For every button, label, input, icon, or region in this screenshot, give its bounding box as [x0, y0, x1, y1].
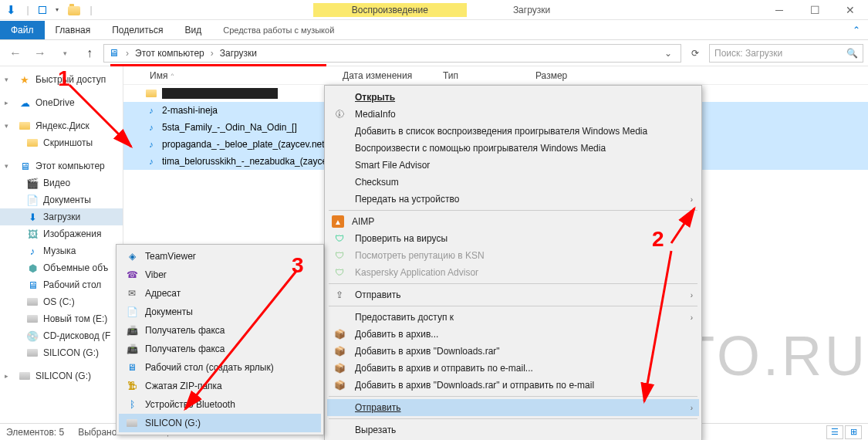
- teamviewer-icon: ◈: [125, 249, 139, 263]
- nav-music[interactable]: ♪Музыка: [0, 242, 123, 259]
- ctx-rar-downloads[interactable]: 📦Добавить в архив "Downloads.rar": [327, 343, 699, 360]
- shield-icon: 🛡: [332, 232, 347, 245]
- minimize-button[interactable]: ─: [762, 0, 797, 20]
- ctx-wmp-play[interactable]: Воспроизвести с помощью проигрывателя Wi…: [327, 140, 699, 157]
- ctx-rar-downloads-email[interactable]: 📦Добавить в архив "Downloads.rar" и отпр…: [327, 377, 699, 394]
- refresh-button[interactable]: ⟳: [684, 48, 706, 59]
- submenu-zip[interactable]: 🗜Сжатая ZIP-папка: [119, 377, 321, 395]
- nav-downloads[interactable]: ⬇Загрузки: [0, 208, 123, 225]
- address-dropdown-icon[interactable]: ⌄: [659, 48, 677, 59]
- search-input[interactable]: Поиск: Загрузки 🔍: [709, 44, 863, 63]
- ctx-checksum[interactable]: Checksum: [327, 174, 699, 191]
- ctx-rar-add[interactable]: 📦Добавить в архив...: [327, 326, 699, 343]
- col-size[interactable]: Размер: [528, 70, 589, 81]
- col-date[interactable]: Дата изменения: [335, 70, 435, 81]
- tab-view[interactable]: Вид: [174, 21, 212, 39]
- ctx-ksn[interactable]: 🛡Посмотреть репутацию в KSN: [327, 247, 699, 264]
- ctx-wmp-add[interactable]: Добавить в список воспроизведения проигр…: [327, 123, 699, 140]
- separator: [329, 418, 697, 419]
- folder-icon: [19, 120, 31, 132]
- nav-documents[interactable]: 📄Документы: [0, 191, 123, 208]
- nav-quick-access[interactable]: ▾★Быстрый доступ: [0, 71, 123, 88]
- qat-dropdown-icon[interactable]: ▾: [51, 4, 63, 16]
- nav-desktop[interactable]: 🖥Рабочий стол: [0, 276, 123, 293]
- submenu-documents[interactable]: 📄Документы: [119, 303, 321, 321]
- nav-yandex-disk[interactable]: ▾Яндекс.Диск: [0, 117, 123, 134]
- nav-3d-objects[interactable]: ⬢Объемные объ: [0, 259, 123, 276]
- nav-os-c[interactable]: OS (C:): [0, 293, 123, 310]
- ctx-kaa[interactable]: 🛡Kaspersky Application Advisor: [327, 264, 699, 281]
- item-count: Элементов: 5: [6, 427, 64, 438]
- chevron-right-icon[interactable]: ›: [208, 48, 217, 59]
- sort-icon: ^: [171, 72, 174, 79]
- ctx-send-to[interactable]: Отправить›: [327, 399, 699, 416]
- cd-icon: 💿: [26, 330, 39, 342]
- pc-icon: 🖥: [107, 47, 120, 59]
- ribbon-expand-icon[interactable]: ⌃: [853, 25, 868, 36]
- breadcrumb-root[interactable]: Этот компьютер: [135, 48, 204, 59]
- submenu-teamviewer[interactable]: ◈TeamViewer: [119, 247, 321, 266]
- qat-separator: |: [22, 4, 34, 16]
- icons-view-button[interactable]: ⊞: [845, 425, 862, 439]
- nav-pictures[interactable]: 🖼Изображения: [0, 225, 123, 242]
- winrar-icon: 📦: [332, 344, 347, 358]
- submenu-viber[interactable]: ☎Viber: [119, 266, 321, 284]
- ctx-give-access[interactable]: Предоставить доступ к›: [327, 309, 699, 326]
- close-button[interactable]: ✕: [833, 0, 868, 20]
- tab-music-tools[interactable]: Средства работы с музыкой: [212, 22, 345, 39]
- checkbox-icon[interactable]: [39, 6, 46, 14]
- tab-share[interactable]: Поделиться: [101, 21, 174, 39]
- breadcrumb-folder[interactable]: Загрузки: [220, 48, 257, 59]
- title-bar: ⬇ | ▾ | Воспроизведение Загрузки ─ ☐ ✕: [0, 0, 868, 20]
- ctx-mediainfo[interactable]: 🛈MediaInfo: [327, 106, 699, 123]
- tab-home[interactable]: Главная: [45, 21, 102, 39]
- submenu-mail[interactable]: ✉Адресат: [119, 284, 321, 303]
- breadcrumb-bar[interactable]: 🖥 › Этот компьютер › Загрузки ⌄: [103, 44, 681, 63]
- chevron-right-icon[interactable]: ›: [123, 48, 132, 59]
- nav-new-tom-e[interactable]: Новый том (E:): [0, 310, 123, 327]
- ctx-cut[interactable]: Вырезать: [327, 421, 699, 438]
- submenu-fax[interactable]: 📠Получатель факса: [119, 321, 321, 340]
- nav-cd-drive[interactable]: 💿CD-дисковод (F: [0, 327, 123, 344]
- ctx-rar-email[interactable]: 📦Добавить в архив и отправить по e-mail.…: [327, 360, 699, 377]
- ctx-smart-file[interactable]: Smart File Advisor: [327, 157, 699, 174]
- separator: [329, 210, 697, 211]
- submenu-bluetooth[interactable]: ᛒУстройство Bluetooth: [119, 395, 321, 414]
- quick-access-toolbar: ⬇ | ▾ |: [0, 4, 102, 16]
- search-icon[interactable]: 🔍: [846, 48, 858, 59]
- shield-icon: 🛡: [332, 249, 347, 262]
- col-name[interactable]: Имя^: [142, 70, 335, 81]
- maximize-button[interactable]: ☐: [797, 0, 833, 20]
- details-view-button[interactable]: ☰: [826, 425, 843, 439]
- nav-videos[interactable]: 🎬Видео: [0, 174, 123, 191]
- audio-icon: ♪: [145, 138, 157, 151]
- file-name: 5sta_Family_-_Odin_Na_Odin_[]: [162, 122, 297, 133]
- ctx-aimp[interactable]: ▲AIMP: [327, 213, 699, 230]
- ctx-cast[interactable]: Передать на устройство›: [327, 191, 699, 208]
- submenu-fax2[interactable]: 📠Получатель факса: [119, 340, 321, 358]
- col-type[interactable]: Тип: [435, 70, 528, 81]
- nav-onedrive[interactable]: ▸☁OneDrive: [0, 94, 123, 111]
- nav-silicon-g[interactable]: SILICON (G:): [0, 344, 123, 361]
- submenu-silicon-g[interactable]: SILICON (G:): [119, 414, 321, 432]
- nav-screenshots[interactable]: Скриншоты: [0, 134, 123, 151]
- nav-silicon-g2[interactable]: ▸SILICON (G:): [0, 367, 123, 384]
- history-dropdown[interactable]: ▾: [54, 42, 76, 64]
- window-title: Загрузки: [513, 5, 550, 15]
- search-placeholder: Поиск: Загрузки: [714, 48, 782, 59]
- ctx-scan[interactable]: 🛡Проверить на вирусы: [327, 230, 699, 247]
- ctx-share[interactable]: ⇪Отправить›: [327, 286, 699, 303]
- forward-button[interactable]: →: [29, 42, 51, 64]
- aimp-icon: ▲: [332, 215, 344, 228]
- ctx-open[interactable]: Открыть: [327, 89, 699, 106]
- submenu-desktop-shortcut[interactable]: 🖥Рабочий стол (создать ярлык): [119, 358, 321, 377]
- tab-file[interactable]: Файл: [0, 21, 45, 39]
- audio-icon: ♪: [145, 121, 157, 134]
- back-button[interactable]: ←: [5, 42, 26, 64]
- up-button[interactable]: ↑: [79, 42, 100, 64]
- winrar-icon: 📦: [332, 361, 347, 375]
- usb-icon: [19, 370, 31, 382]
- down-arrow-icon[interactable]: ⬇: [5, 4, 17, 16]
- sendto-submenu: ◈TeamViewer ☎Viber ✉Адресат 📄Документы 📠…: [116, 244, 324, 435]
- nav-this-pc[interactable]: ▾🖥Этот компьютер: [0, 157, 123, 174]
